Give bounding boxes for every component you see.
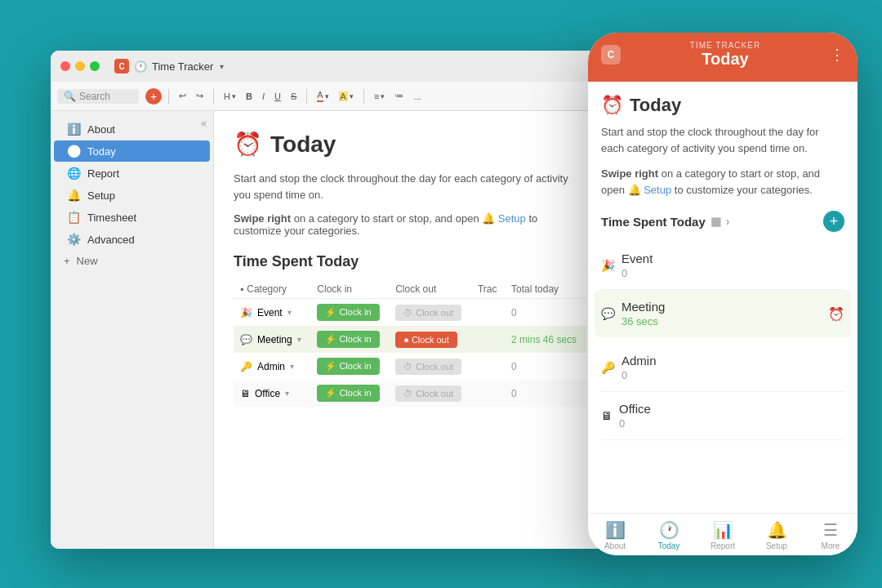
phone-nav-today[interactable]: 🕐 Today	[642, 520, 696, 550]
sidebar-item-about[interactable]: ℹ️ About	[54, 118, 210, 140]
phone-nav-about-icon: ℹ️	[605, 520, 626, 540]
phone-category-item[interactable]: 🖥 Office 0	[601, 392, 844, 440]
time-table: ▪ Category Clock in Clock out Trac Total…	[234, 280, 586, 407]
cat-emoji: 🔑	[240, 361, 252, 372]
phone-nav-setup[interactable]: 🔔 Setup	[750, 520, 804, 550]
sidebar-label-report: Report	[87, 167, 119, 180]
phone-more-button[interactable]: ⋮	[830, 46, 844, 64]
phone-cat-emoji: 💬	[601, 307, 615, 320]
swipe-note: Swipe right on a category to start or st…	[234, 212, 586, 237]
cat-dropdown[interactable]: ▾	[290, 362, 294, 371]
report-icon: 🌐	[67, 167, 81, 180]
setup-link[interactable]: Setup	[498, 212, 526, 225]
sidebar-item-setup[interactable]: 🔔 Setup	[54, 185, 210, 206]
phone-grid-icon[interactable]: ▦	[710, 215, 721, 228]
phone-cat-name: Event	[621, 252, 653, 265]
font-color-button[interactable]: A▾	[314, 88, 332, 104]
title-bar: C 🕐 Time Tracker ▾	[51, 51, 606, 82]
phone-category-item[interactable]: 🎉 Event 0	[601, 242, 844, 290]
phone-time-left: Time Spent Today ▦ ›	[601, 215, 729, 229]
clock-in-button[interactable]: ⚡ Clock in	[317, 304, 379, 321]
underline-button[interactable]: U	[271, 90, 284, 103]
title-chevron[interactable]: ▾	[220, 62, 224, 71]
clock-emoji: 🕐	[134, 60, 147, 73]
align-button[interactable]: ≡▾	[371, 90, 388, 103]
sidebar-item-report[interactable]: 🌐 Report	[54, 163, 210, 184]
maximize-button[interactable]	[90, 61, 100, 71]
setup-bell-icon: 🔔	[482, 212, 495, 225]
col-clock-in: Clock in	[310, 280, 389, 299]
category-cell: 🖥 Office ▾	[234, 380, 310, 407]
phone-cat-time: 0	[619, 417, 651, 430]
clock-out-button-disabled: ⏱ Clock out	[395, 359, 461, 375]
phone-category-item[interactable]: 🔑 Admin 0	[601, 344, 844, 392]
cat-name: Event	[257, 307, 283, 318]
phone-add-button[interactable]: +	[823, 211, 844, 232]
phone-nav-about[interactable]: ℹ️ About	[588, 520, 642, 550]
clock-in-cell: ⚡ Clock in	[310, 353, 389, 380]
phone-category-item[interactable]: 💬 Meeting 36 secs ⏰	[595, 290, 851, 337]
clock-in-cell: ⚡ Clock in	[310, 299, 389, 327]
phone-page-title: Today	[630, 95, 681, 116]
cat-dropdown[interactable]: ▾	[287, 308, 292, 317]
phone-nav-more-label: More	[822, 541, 840, 550]
phone-nav-more[interactable]: ☰ More	[804, 520, 858, 550]
sidebar-label-advanced: Advanced	[87, 234, 135, 246]
category-cell: 💬 Meeting ▾	[234, 326, 310, 353]
close-button[interactable]	[60, 61, 70, 71]
more-button[interactable]: ...	[410, 90, 424, 103]
phone-app-logo: C	[601, 45, 621, 65]
phone-description: Start and stop the clock throughout the …	[601, 124, 844, 156]
phone-chevron: ›	[726, 215, 730, 228]
clock-out-button[interactable]: ● Clock out	[395, 332, 457, 348]
cat-dropdown[interactable]: ▾	[297, 335, 301, 344]
sidebar-add-new[interactable]: + New	[51, 251, 213, 271]
sidebar-collapse-button[interactable]: «	[201, 118, 207, 129]
section-title: Time Spent Today	[234, 253, 586, 270]
search-bar[interactable]: 🔍 Search	[57, 89, 139, 104]
minimize-button[interactable]	[75, 61, 85, 71]
cat-emoji: 🖥	[240, 388, 250, 399]
cat-dropdown[interactable]: ▾	[285, 389, 289, 398]
clock-out-cell: ● Clock out	[389, 326, 471, 353]
phone-page-emoji: ⏰	[601, 95, 623, 116]
today-icon: 🕐	[67, 145, 81, 158]
search-icon: 🔍	[64, 91, 76, 102]
phone-cat-emoji: 🖥	[601, 409, 612, 422]
bold-button[interactable]: B	[243, 90, 256, 103]
page-description: Start and stop the clock throughout the …	[234, 171, 586, 203]
clock-in-button[interactable]: ⚡ Clock in	[317, 385, 379, 402]
phone-cat-left: 🎉 Event 0	[601, 252, 653, 279]
phone-nav-report[interactable]: 📊 Report	[696, 520, 750, 550]
phone-cat-emoji: 🎉	[601, 259, 615, 272]
col-total: Total today	[505, 280, 586, 299]
strikethrough-button[interactable]: S	[287, 90, 300, 103]
clock-in-cell: ⚡ Clock in	[310, 380, 389, 407]
trac-cell	[471, 299, 505, 327]
clock-in-cell: ⚡ Clock in	[310, 326, 389, 353]
add-button[interactable]: +	[145, 88, 162, 105]
clock-out-cell: ⏱ Clock out	[389, 353, 471, 380]
page-title: ⏰ Today	[234, 131, 586, 158]
clock-in-button[interactable]: ⚡ Clock in	[317, 331, 379, 348]
phone-nav-today-label: Today	[658, 541, 680, 550]
undo-button[interactable]: ↩	[176, 89, 189, 103]
highlight-button[interactable]: A▾	[336, 90, 357, 103]
sidebar-item-advanced[interactable]: ⚙️ Advanced	[54, 229, 210, 250]
swipe-text: on a category to start or stop, and open	[294, 212, 483, 225]
list-button[interactable]: ≔	[391, 89, 407, 103]
total-cell: 0	[505, 380, 586, 407]
phone-setup-link[interactable]: Setup	[644, 184, 671, 196]
italic-button[interactable]: I	[259, 90, 268, 103]
col-trac: Trac	[471, 280, 505, 299]
redo-button[interactable]: ↪	[193, 89, 207, 103]
phone-nav-setup-icon: 🔔	[767, 520, 787, 540]
clock-in-button[interactable]: ⚡ Clock in	[317, 358, 379, 375]
sidebar-item-today[interactable]: 🕐 Today	[54, 140, 210, 162]
phone-time-label: Time Spent Today	[601, 215, 706, 229]
phone-categories: 🎉 Event 0 💬 Meeting 36 secs ⏰ 🔑	[601, 242, 844, 440]
heading-button[interactable]: H▾	[220, 90, 239, 103]
sidebar-item-timesheet[interactable]: 📋 Timesheet	[54, 207, 210, 228]
clock-out-button-disabled: ⏱ Clock out	[395, 385, 461, 402]
col-clock-out: Clock out	[389, 280, 471, 299]
